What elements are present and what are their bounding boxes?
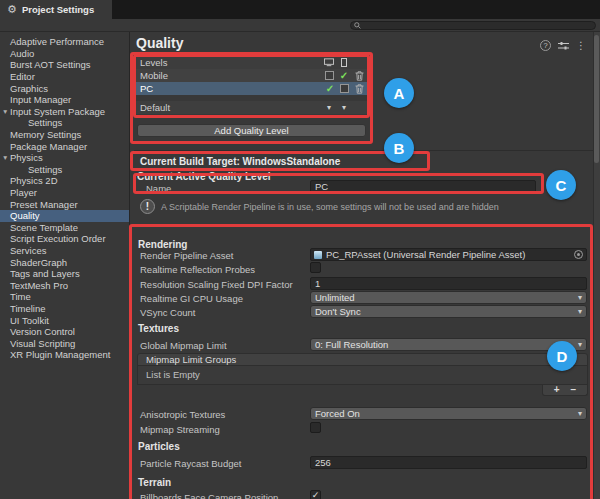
warning-icon: ! — [140, 199, 155, 214]
global-mipmap-limit-dropdown[interactable]: 0: Full Resolution ▾ — [310, 338, 587, 351]
sidebar-item-label: Physics 2D — [10, 175, 58, 186]
sidebar-item-quality[interactable]: Quality — [0, 210, 129, 222]
object-picker-icon[interactable] — [574, 250, 583, 259]
help-icon[interactable]: ? — [540, 40, 551, 51]
sidebar-item-memory-settings[interactable]: Memory Settings — [0, 129, 129, 141]
search-icon — [354, 22, 361, 29]
sidebar-item-label: Settings — [28, 117, 62, 128]
sidebar-item-tags-and-layers[interactable]: Tags and Layers — [0, 268, 129, 280]
chevron-down-icon: ▾ — [342, 103, 346, 112]
sidebar-item-textmesh-pro[interactable]: TextMesh Pro — [0, 279, 129, 291]
sidebar-item-label: ShaderGraph — [10, 257, 67, 268]
default-desktop-dropdown[interactable]: ▾ — [324, 103, 334, 113]
billboards-face-camera-checkbox[interactable]: ✓ — [310, 490, 321, 499]
sidebar-item-label: Physics — [10, 152, 43, 163]
sidebar-item-label: Package Manager — [10, 141, 87, 152]
list-footer: + − — [542, 385, 588, 396]
platform-default-checkbox[interactable] — [340, 84, 349, 93]
sidebar-item-audio[interactable]: Audio — [0, 48, 129, 60]
name-label: Name — [146, 183, 171, 194]
platform-default-check-icon[interactable]: ✓ — [325, 84, 335, 94]
sidebar-item-label: Quality — [10, 210, 40, 221]
mipmap-streaming-checkbox[interactable] — [310, 422, 321, 433]
sidebar-item-label: Input System Package — [10, 106, 105, 117]
add-quality-level-button[interactable]: Add Quality Level — [137, 124, 366, 137]
sidebar-item-player[interactable]: Player — [0, 187, 129, 199]
sidebar-item-physics[interactable]: ▼Physics — [0, 152, 129, 164]
search-input[interactable] — [350, 21, 596, 30]
realtime-reflection-probes-label: Realtime Reflection Probes — [140, 264, 255, 275]
sidebar-item-time[interactable]: Time — [0, 291, 129, 303]
remove-list-item-button[interactable]: − — [570, 385, 576, 395]
delete-level-icon[interactable] — [354, 71, 364, 81]
foldout-icon[interactable]: ▼ — [2, 154, 8, 161]
panel-header-icons: ? ⋮ — [540, 40, 586, 51]
scrollbar-thumb[interactable] — [594, 35, 599, 163]
realtime-gi-label: Realtime GI CPU Usage — [140, 293, 243, 304]
sidebar-item-label: Time — [10, 291, 31, 302]
default-mobile-dropdown[interactable]: ▾ — [339, 103, 349, 113]
resolution-scaling-field[interactable]: 1 — [310, 277, 587, 290]
preset-icon[interactable] — [558, 41, 569, 51]
sidebar-item-package-manager[interactable]: Package Manager — [0, 140, 129, 152]
sidebar-item-services[interactable]: Services — [0, 245, 129, 257]
sidebar-item-preset-manager[interactable]: Preset Manager — [0, 198, 129, 210]
quality-level-row-pc[interactable]: PC✓ — [135, 82, 368, 95]
render-pipeline-asset-field[interactable]: PC_RPAsset (Universal Render Pipeline As… — [310, 248, 587, 261]
tab-project-settings[interactable]: ⚙ Project Settings — [0, 0, 112, 19]
srp-warning-text: A Scriptable Render Pipeline is in use, … — [161, 202, 499, 212]
vsync-count-dropdown[interactable]: Don't Sync ▾ — [310, 305, 587, 318]
chevron-down-icon: ▾ — [578, 409, 582, 418]
foldout-icon[interactable]: ▼ — [2, 108, 8, 115]
sidebar-item-editor[interactable]: Editor — [0, 71, 129, 83]
sidebar-item-label: Burst AOT Settings — [10, 59, 91, 70]
sidebar-item-burst-aot-settings[interactable]: Burst AOT Settings — [0, 59, 129, 71]
sidebar-item-timeline[interactable]: Timeline — [0, 303, 129, 315]
default-quality-row: Default ▾ ▾ — [135, 101, 368, 114]
textures-section-header: Textures — [138, 323, 179, 334]
sidebar-item-xr-plugin-management[interactable]: XR Plugin Management — [0, 349, 129, 361]
kebab-menu-icon[interactable]: ⋮ — [576, 41, 586, 51]
section-divider — [134, 150, 594, 151]
sidebar-item-label: Preset Manager — [10, 199, 78, 210]
sidebar-item-ui-toolkit[interactable]: UI Toolkit — [0, 314, 129, 326]
quality-level-name: PC — [140, 83, 153, 94]
active-quality-header: Current Active Quality Level — [137, 171, 271, 182]
sidebar-item-script-execution-order[interactable]: Script Execution Order — [0, 233, 129, 245]
particle-raycast-budget-field[interactable]: 256 — [310, 456, 587, 469]
sidebar-item-input-system-package[interactable]: ▼Input System Package — [0, 106, 129, 118]
chevron-down-icon: ▾ — [578, 340, 582, 349]
levels-header-label: Levels — [140, 57, 167, 68]
quality-name-field[interactable]: PC — [310, 180, 536, 193]
anisotropic-textures-dropdown[interactable]: Forced On ▾ — [310, 407, 587, 420]
quality-levels-table: Levels Mobile✓PC✓ Default ▾ ▾ — [135, 56, 368, 114]
sidebar-item-version-control[interactable]: Version Control — [0, 326, 129, 338]
sidebar-item-label: TextMesh Pro — [10, 280, 68, 291]
sidebar-item-label: Visual Scripting — [10, 338, 75, 349]
sidebar-item-shadergraph[interactable]: ShaderGraph — [0, 256, 129, 268]
platform-default-checkbox[interactable] — [325, 71, 334, 80]
gear-icon: ⚙ — [7, 4, 17, 15]
sidebar-item-scene-template[interactable]: Scene Template — [0, 222, 129, 234]
terrain-section-header: Terrain — [138, 477, 171, 488]
settings-nav: Adaptive PerformanceAudioBurst AOT Setti… — [0, 32, 130, 499]
levels-header-row: Levels — [135, 56, 368, 69]
sidebar-item-adaptive-performance[interactable]: Adaptive Performance — [0, 36, 129, 48]
list-empty-text: List is Empty — [146, 369, 200, 380]
realtime-reflection-probes-checkbox[interactable] — [310, 262, 321, 273]
add-list-item-button[interactable]: + — [554, 385, 560, 395]
sidebar-item-settings[interactable]: Settings — [0, 117, 129, 129]
particle-raycast-budget-label: Particle Raycast Budget — [140, 458, 241, 469]
sidebar-item-input-manager[interactable]: Input Manager — [0, 94, 129, 106]
vertical-scrollbar[interactable] — [593, 32, 600, 499]
sidebar-item-physics-2d[interactable]: Physics 2D — [0, 175, 129, 187]
platform-default-check-icon[interactable]: ✓ — [339, 71, 349, 81]
sidebar-item-graphics[interactable]: Graphics — [0, 82, 129, 94]
realtime-gi-dropdown[interactable]: Unlimited ▾ — [310, 291, 587, 304]
sidebar-item-settings[interactable]: Settings — [0, 164, 129, 176]
render-pipeline-asset-label: Render Pipeline Asset — [140, 250, 233, 261]
quality-level-row-mobile[interactable]: Mobile✓ — [135, 69, 368, 82]
delete-level-icon[interactable] — [354, 84, 364, 94]
sidebar-item-visual-scripting[interactable]: Visual Scripting — [0, 337, 129, 349]
sidebar-item-label: XR Plugin Management — [10, 349, 110, 360]
